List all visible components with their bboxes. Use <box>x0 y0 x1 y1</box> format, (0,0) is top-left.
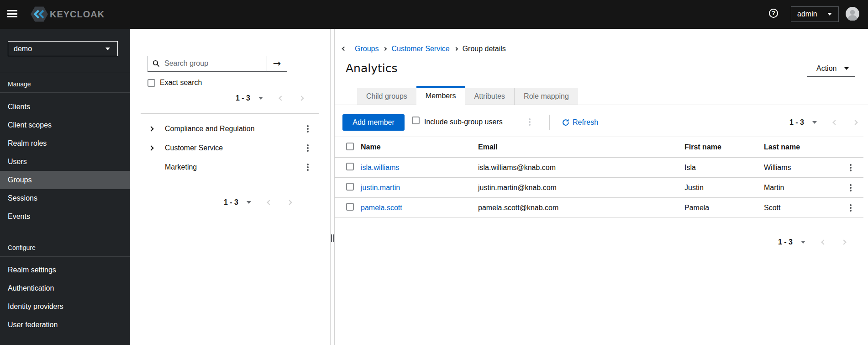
group-name[interactable]: Compliance and Regulation <box>165 125 255 133</box>
exact-search-option: Exact search <box>147 79 202 87</box>
breadcrumb-link-customer-service[interactable]: Customer Service <box>391 45 449 53</box>
group-tree-item[interactable]: Customer Service <box>130 138 330 158</box>
member-first-name: Pamela <box>684 204 764 212</box>
sidebar-item-sessions[interactable]: Sessions <box>0 189 130 207</box>
sidebar-item-client-scopes[interactable]: Client scopes <box>0 116 130 134</box>
caret-down-icon <box>844 67 849 70</box>
include-subgroup-checkbox[interactable] <box>412 117 420 124</box>
caret-down-icon[interactable] <box>247 201 251 204</box>
tab-members[interactable]: Members <box>416 86 465 105</box>
sidebar-item-realm-roles[interactable]: Realm roles <box>0 134 130 153</box>
breadcrumb: Groups Customer Service Group details <box>342 44 506 53</box>
chevron-right-icon[interactable] <box>148 145 153 150</box>
tab-child-groups[interactable]: Child groups <box>357 88 416 105</box>
realm-selector[interactable]: demo <box>8 41 118 56</box>
kebab-menu-icon[interactable] <box>848 164 853 171</box>
kebab-menu-icon[interactable] <box>305 125 310 133</box>
sidebar-item-identity-providers[interactable]: Identity providers <box>0 297 130 316</box>
divider <box>141 113 319 114</box>
sidebar-item-user-federation[interactable]: User federation <box>0 316 130 334</box>
next-page-button[interactable] <box>852 116 859 129</box>
main-content: Groups Customer Service Group details An… <box>335 29 868 345</box>
chevron-right-icon <box>454 47 458 50</box>
splitter-grip[interactable] <box>331 234 334 242</box>
pagination-range[interactable]: 1 - 3 <box>778 238 793 246</box>
include-subgroup-label: Include sub-group users <box>424 114 503 130</box>
pagination-range[interactable]: 1 - 3 <box>236 94 250 102</box>
caret-down-icon[interactable] <box>812 121 817 124</box>
kebab-menu-icon[interactable] <box>305 164 310 171</box>
member-last-name: Scott <box>764 204 842 212</box>
pagination: 1 - 3 <box>236 91 305 105</box>
group-tree-item[interactable]: Compliance and Regulation <box>130 119 330 138</box>
caret-down-icon <box>827 13 832 16</box>
hamburger-menu-icon[interactable] <box>7 10 17 17</box>
prev-page-button[interactable] <box>266 196 273 209</box>
prev-page-button[interactable] <box>820 235 827 249</box>
pagination-range[interactable]: 1 - 3 <box>789 118 804 127</box>
action-dropdown-button[interactable]: Action <box>807 61 855 77</box>
kebab-menu-icon[interactable] <box>527 118 532 126</box>
sidebar-item-users[interactable]: Users <box>0 153 130 171</box>
panel-resize-splitter[interactable] <box>330 29 335 345</box>
select-all-checkbox[interactable] <box>346 143 354 150</box>
member-name-link[interactable]: justin.martin <box>361 184 400 191</box>
section-header-manage: Manage <box>8 80 31 88</box>
exact-search-label: Exact search <box>160 79 202 87</box>
help-icon[interactable]: ? <box>769 9 778 18</box>
row-checkbox[interactable] <box>346 163 354 170</box>
next-page-button[interactable] <box>298 91 305 105</box>
caret-down-icon[interactable] <box>801 241 805 244</box>
row-checkbox[interactable] <box>346 203 354 211</box>
pagination: 1 - 3 <box>224 196 293 209</box>
pagination-range[interactable]: 1 - 3 <box>224 198 238 207</box>
breadcrumb-current: Group details <box>463 45 506 53</box>
chevron-left-icon[interactable] <box>342 47 347 51</box>
breadcrumb-link-groups[interactable]: Groups <box>355 45 379 53</box>
next-page-button[interactable] <box>840 235 847 249</box>
group-tree-item[interactable]: Marketing <box>130 158 330 177</box>
avatar[interactable] <box>846 7 859 21</box>
chevron-right-icon <box>383 47 387 50</box>
member-email: isla.williams@knab.com <box>478 164 684 172</box>
tab-attributes[interactable]: Attributes <box>465 88 515 105</box>
user-menu-dropdown[interactable]: admin <box>791 6 839 22</box>
sidebar-item-realm-settings[interactable]: Realm settings <box>0 261 130 279</box>
tabs: Child groups Members Attributes Role map… <box>335 86 868 106</box>
prev-page-button[interactable] <box>831 116 839 129</box>
sidebar-item-groups[interactable]: Groups <box>0 171 130 189</box>
chevron-right-icon[interactable] <box>148 126 153 131</box>
refresh-icon <box>562 119 569 126</box>
group-name[interactable]: Customer Service <box>165 144 223 152</box>
member-name-link[interactable]: pamela.scott <box>361 204 402 212</box>
next-page-button[interactable] <box>286 196 293 209</box>
caret-down-icon[interactable] <box>258 97 263 100</box>
caret-down-icon <box>105 48 110 50</box>
column-header-last-name: Last name <box>764 143 842 151</box>
sidebar-item-events[interactable]: Events <box>0 207 130 226</box>
sidebar-item-clients[interactable]: Clients <box>0 98 130 116</box>
divider <box>0 92 130 93</box>
sidebar-item-authentication[interactable]: Authentication <box>0 279 130 297</box>
kebab-menu-icon[interactable] <box>848 184 853 191</box>
row-checkbox[interactable] <box>346 183 354 191</box>
search-group-input[interactable] <box>147 56 267 72</box>
table-header-row: Name Email First name Last name <box>335 137 863 158</box>
member-first-name: Isla <box>684 164 764 172</box>
brand-text: KEYCLOAK <box>50 9 105 19</box>
exact-search-checkbox[interactable] <box>147 79 155 87</box>
search-submit-button[interactable]: → <box>267 56 287 72</box>
add-member-button[interactable]: Add member <box>342 114 405 131</box>
member-last-name: Williams <box>764 164 842 172</box>
keycloak-logo[interactable]: KEYCLOAK <box>28 5 106 26</box>
refresh-button[interactable]: Refresh <box>562 114 598 131</box>
group-name[interactable]: Marketing <box>165 163 197 171</box>
kebab-menu-icon[interactable] <box>848 204 853 212</box>
tab-role-mapping[interactable]: Role mapping <box>514 88 578 105</box>
table-row: isla.williams isla.williams@knab.com Isl… <box>335 158 863 178</box>
member-name-link[interactable]: isla.williams <box>361 164 399 171</box>
table-row: pamela.scott pamela.scott@knab.com Pamel… <box>335 198 863 218</box>
kebab-menu-icon[interactable] <box>305 144 310 152</box>
prev-page-button[interactable] <box>278 91 285 105</box>
search-icon <box>153 60 160 67</box>
